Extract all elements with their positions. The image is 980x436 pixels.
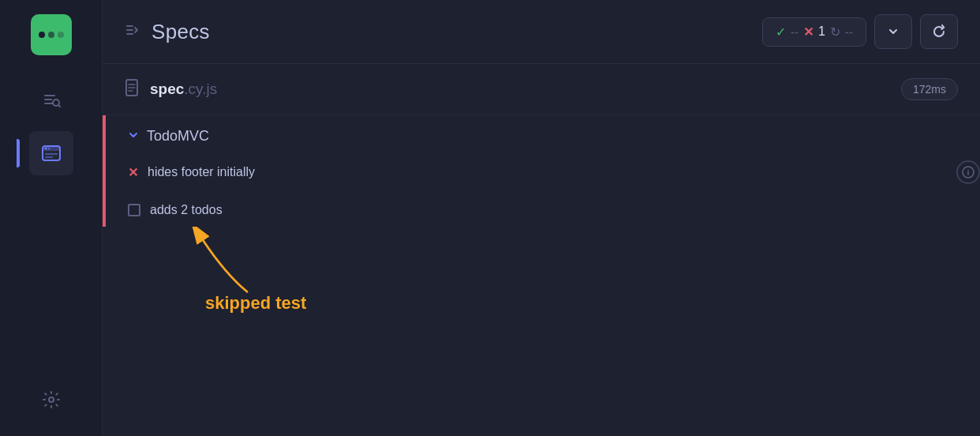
logo-dots <box>39 32 64 38</box>
suite-title: TodoMVC <box>147 128 209 145</box>
spec-duration: 172ms <box>901 78 958 100</box>
suite-chevron-icon <box>128 130 139 143</box>
spinner-icon: ↻ <box>830 24 840 39</box>
spec-file-left: spec.cy.js <box>125 79 217 100</box>
specs-nav-icon <box>125 21 142 43</box>
pending-count: -- <box>845 25 853 39</box>
annotation-label: skipped test <box>205 293 306 314</box>
svg-rect-9 <box>45 153 58 155</box>
header-left: Specs <box>125 20 210 44</box>
spec-file-row[interactable]: spec.cy.js 172ms <box>103 64 980 115</box>
browser-icon <box>41 143 62 164</box>
dropdown-button[interactable] <box>874 14 912 49</box>
test-info-button[interactable] <box>956 160 980 184</box>
svg-point-8 <box>47 148 50 150</box>
skip-test-icon <box>128 204 140 216</box>
svg-rect-10 <box>45 156 53 158</box>
header: Specs ✓ -- ✕ 1 ↻ -- <box>103 0 980 64</box>
sidebar-item-browser[interactable] <box>29 131 73 175</box>
test-item-skip-left: adds 2 todos <box>128 203 223 217</box>
chevron-down-icon <box>887 25 900 38</box>
sidebar-nav <box>0 79 102 378</box>
pass-count: -- <box>791 25 799 39</box>
header-right: ✓ -- ✕ 1 ↻ -- <box>762 14 958 49</box>
page-title: Specs <box>151 20 210 44</box>
svg-rect-0 <box>44 95 55 96</box>
logo-dot-1 <box>39 32 45 38</box>
test-fail-label: hides footer initially <box>148 165 255 179</box>
sidebar-item-specs[interactable] <box>29 79 73 123</box>
test-item-skip[interactable]: adds 2 todos <box>106 194 980 227</box>
logo-dot-3 <box>58 32 64 38</box>
suite-header[interactable]: TodoMVC <box>106 115 980 151</box>
test-item-fail-left: ✕ hides footer initially <box>128 165 255 180</box>
content-area: spec.cy.js 172ms TodoMVC ✕ hides fo <box>103 64 980 436</box>
logo-dot-2 <box>48 32 54 38</box>
test-item-fail[interactable]: ✕ hides footer initially <box>106 151 980 194</box>
test-suite-container: TodoMVC ✕ hides footer initially <box>103 115 980 227</box>
pass-icon: ✓ <box>776 24 786 39</box>
settings-icon <box>42 390 61 409</box>
svg-rect-1 <box>44 99 52 100</box>
refresh-icon <box>932 24 946 39</box>
fail-icon: ✕ <box>803 24 814 39</box>
file-icon <box>125 79 140 100</box>
status-badge: ✓ -- ✕ 1 ↻ -- <box>762 17 866 47</box>
svg-point-21 <box>967 169 969 171</box>
sidebar <box>0 0 103 436</box>
annotation-area: skipped test <box>103 227 980 329</box>
svg-point-11 <box>49 397 54 402</box>
test-skip-label: adds 2 todos <box>150 203 223 217</box>
svg-line-4 <box>58 105 60 107</box>
main-panel: Specs ✓ -- ✕ 1 ↻ -- <box>103 0 980 436</box>
spec-filename: spec.cy.js <box>150 81 217 98</box>
app-logo[interactable] <box>31 14 72 55</box>
fail-test-icon: ✕ <box>128 165 138 180</box>
fail-count: 1 <box>818 24 825 39</box>
svg-point-7 <box>44 148 47 150</box>
sidebar-item-settings[interactable] <box>29 378 73 422</box>
refresh-button[interactable] <box>920 14 958 49</box>
specs-icon <box>42 92 61 111</box>
